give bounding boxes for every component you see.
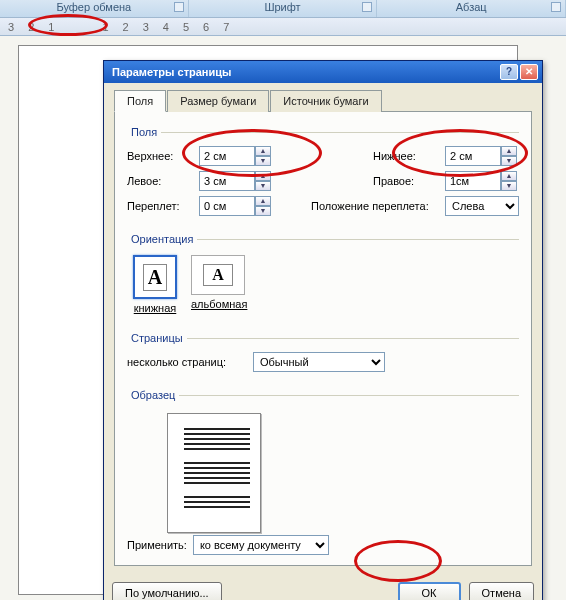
ribbon-group-labels: Буфер обмена Шрифт Абзац xyxy=(0,0,566,18)
help-button[interactable]: ? xyxy=(500,64,518,80)
dialog-tabs: Поля Размер бумаги Источник бумаги xyxy=(114,90,532,112)
gutter-pos-select[interactable]: Слева xyxy=(445,196,519,216)
top-margin-spinner[interactable]: ▲▼ xyxy=(199,146,273,166)
page-setup-dialog: Параметры страницы ? ✕ Поля Размер бумаг… xyxy=(103,60,543,600)
cancel-button[interactable]: Отмена xyxy=(469,582,534,600)
multi-pages-label: несколько страниц: xyxy=(127,356,247,368)
tab-fields[interactable]: Поля xyxy=(114,90,166,112)
gutter-spinner[interactable]: ▲▼ xyxy=(199,196,273,216)
orientation-legend: Ориентация xyxy=(127,233,197,245)
ribbon-group-clipboard: Буфер обмена xyxy=(0,0,189,17)
gutter-label: Переплет: xyxy=(127,200,193,212)
right-margin-spinner[interactable]: ▲▼ xyxy=(445,171,519,191)
tab-paper-source[interactable]: Источник бумаги xyxy=(270,90,381,112)
ribbon-group-font: Шрифт xyxy=(189,0,378,17)
margins-fieldset: Поля Верхнее: ▲▼ Нижнее: ▲ xyxy=(127,126,519,223)
right-margin-input[interactable] xyxy=(445,171,501,191)
left-margin-spinner[interactable]: ▲▼ xyxy=(199,171,273,191)
left-margin-label: Левое: xyxy=(127,175,193,187)
spin-buttons[interactable]: ▲▼ xyxy=(501,146,517,166)
sample-legend: Образец xyxy=(127,389,179,401)
sample-fieldset: Образец xyxy=(127,389,519,543)
spin-buttons[interactable]: ▲▼ xyxy=(255,171,271,191)
expand-icon[interactable] xyxy=(174,2,184,12)
orientation-fieldset: Ориентация А книжная А альбомная xyxy=(127,233,519,322)
spin-buttons[interactable]: ▲▼ xyxy=(255,146,271,166)
spin-buttons[interactable]: ▲▼ xyxy=(501,171,517,191)
portrait-icon: А xyxy=(143,264,167,291)
default-button[interactable]: По умолчанию... xyxy=(112,582,222,600)
pages-fieldset: Страницы несколько страниц: Обычный xyxy=(127,332,519,379)
gutter-input[interactable] xyxy=(199,196,255,216)
bottom-margin-input[interactable] xyxy=(445,146,501,166)
bottom-margin-label: Нижнее: xyxy=(373,150,439,162)
margins-legend: Поля xyxy=(127,126,161,138)
page-preview xyxy=(167,413,261,533)
ribbon-group-paragraph: Абзац xyxy=(377,0,566,17)
top-margin-input[interactable] xyxy=(199,146,255,166)
dialog-titlebar[interactable]: Параметры страницы ? ✕ xyxy=(104,61,542,83)
apply-to-select[interactable]: ко всему документу xyxy=(193,535,329,555)
close-button[interactable]: ✕ xyxy=(520,64,538,80)
top-margin-label: Верхнее: xyxy=(127,150,193,162)
gutter-pos-label: Положение переплета: xyxy=(311,200,439,212)
pages-legend: Страницы xyxy=(127,332,187,344)
apply-to-label: Применить: xyxy=(127,539,187,551)
orientation-portrait[interactable]: А книжная xyxy=(133,255,177,314)
dialog-button-row: По умолчанию... ОК Отмена xyxy=(104,576,542,600)
orientation-landscape[interactable]: А альбомная xyxy=(191,255,247,314)
expand-icon[interactable] xyxy=(362,2,372,12)
left-margin-input[interactable] xyxy=(199,171,255,191)
horizontal-ruler[interactable]: 321 123 456 7 xyxy=(0,18,566,36)
multi-pages-select[interactable]: Обычный xyxy=(253,352,385,372)
bottom-margin-spinner[interactable]: ▲▼ xyxy=(445,146,519,166)
dialog-title: Параметры страницы xyxy=(108,66,498,78)
right-margin-label: Правое: xyxy=(373,175,439,187)
expand-icon[interactable] xyxy=(551,2,561,12)
tab-panel: Поля Верхнее: ▲▼ Нижнее: ▲ xyxy=(114,111,532,566)
ok-button[interactable]: ОК xyxy=(398,582,461,600)
tab-paper-size[interactable]: Размер бумаги xyxy=(167,90,269,112)
spin-buttons[interactable]: ▲▼ xyxy=(255,196,271,216)
landscape-icon: А xyxy=(203,264,233,286)
